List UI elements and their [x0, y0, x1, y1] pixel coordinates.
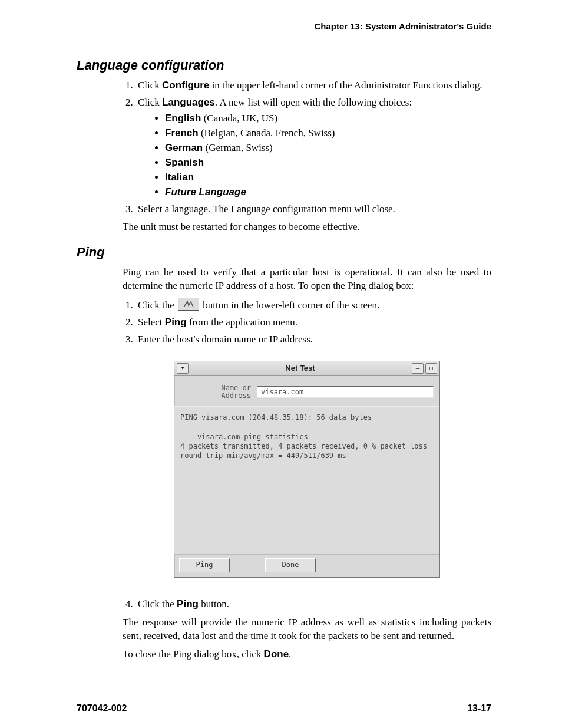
list-item: Future Language: [165, 186, 491, 199]
text: Click: [138, 97, 162, 108]
host-input[interactable]: [257, 386, 434, 398]
lang-name: Future Language: [165, 186, 246, 197]
list-item: German (German, Swiss): [165, 141, 491, 155]
list-item: French (Belgian, Canada, French, Swiss): [165, 127, 491, 140]
nettest-title: Net Test: [189, 363, 412, 374]
lang-note: (Canada, UK, US): [201, 113, 277, 124]
minimize-icon[interactable]: –: [412, 363, 424, 374]
language-list: English (Canada, UK, US) French (Belgian…: [154, 112, 491, 199]
lang-step-1: Click Configure in the upper left-hand c…: [135, 79, 491, 93]
ping-response-para: The response will provide the numeric IP…: [123, 616, 491, 643]
ping-button[interactable]: Ping: [179, 558, 230, 572]
section-title-language: Language configuration: [77, 58, 491, 73]
nettest-titlebar: ▾ Net Test – ◻: [174, 361, 439, 376]
ping-step-3: Enter the host's domain name or IP addre…: [135, 333, 491, 347]
nettest-output: PING visara.com (204.48.35.18): 56 data …: [174, 406, 439, 554]
lang-paragraph: The unit must be restarted for changes t…: [123, 220, 491, 234]
lang-name: French: [165, 127, 199, 139]
lang-note: (German, Swiss): [203, 142, 273, 153]
lang-name: Spanish: [165, 157, 204, 168]
header-rule: [77, 35, 491, 35]
running-header: Chapter 13: System Administrator's Guide: [77, 21, 491, 31]
list-item: Spanish: [165, 156, 491, 170]
lang-step-2: Click Languages. A new list will open wi…: [135, 96, 491, 199]
text: . A new list will open with the followin…: [215, 97, 412, 108]
nettest-input-row: Name orAddress: [174, 376, 439, 406]
maximize-icon[interactable]: ◻: [425, 363, 437, 374]
text: from the application menu.: [187, 317, 297, 328]
document-page: Chapter 13: System Administrator's Guide…: [0, 0, 562, 728]
lang-note: (Belgian, Canada, French, Swiss): [199, 127, 335, 139]
bold-languages: Languages: [162, 97, 215, 108]
lang-name: German: [165, 142, 203, 153]
ping-body: Ping can be used to verify that a partic…: [123, 266, 491, 661]
page-footer: 707042-002 13-17: [77, 703, 491, 714]
ping-step-4: Click the Ping button.: [135, 598, 491, 611]
text: button.: [199, 598, 229, 610]
bold-configure: Configure: [162, 80, 209, 91]
ping-step-1: Click the button in the lower-left corne…: [135, 298, 491, 312]
bold-done: Done: [264, 648, 289, 660]
text: Click: [138, 80, 162, 91]
nettest-button-row: Ping Done: [174, 554, 439, 577]
footer-left: 707042-002: [77, 703, 127, 714]
ping-step-2: Select Ping from the application menu.: [135, 316, 491, 330]
text: button in the lower-left corner of the s…: [200, 299, 379, 311]
text: To close the Ping dialog box, click: [123, 648, 264, 660]
done-button[interactable]: Done: [265, 558, 316, 572]
footer-right: 13-17: [467, 703, 491, 714]
text: Click the: [138, 299, 177, 311]
ping-close-para: To close the Ping dialog box, click Done…: [123, 648, 491, 661]
language-body: Click Configure in the upper left-hand c…: [123, 79, 491, 234]
list-item: English (Canada, UK, US): [165, 112, 491, 126]
text: Select: [138, 317, 165, 328]
section-title-ping: Ping: [77, 245, 491, 260]
app-launcher-icon: [178, 298, 199, 311]
list-item: Italian: [165, 171, 491, 185]
text: .: [289, 648, 291, 660]
lang-name: Italian: [165, 172, 194, 183]
bold-ping-btn: Ping: [177, 598, 199, 610]
nettest-input-label: Name orAddress: [180, 384, 251, 400]
text: Click the: [138, 598, 177, 610]
window-menu-icon[interactable]: ▾: [177, 363, 189, 374]
nettest-window: ▾ Net Test – ◻ Name orAddress PING visar…: [174, 361, 440, 578]
text: in the upper left-hand corner of the Adm…: [209, 80, 482, 91]
lang-name: English: [165, 113, 201, 124]
lang-step-3: Select a language. The Language configur…: [135, 203, 491, 216]
ping-intro: Ping can be used to verify that a partic…: [123, 266, 491, 293]
bold-ping: Ping: [165, 317, 187, 328]
